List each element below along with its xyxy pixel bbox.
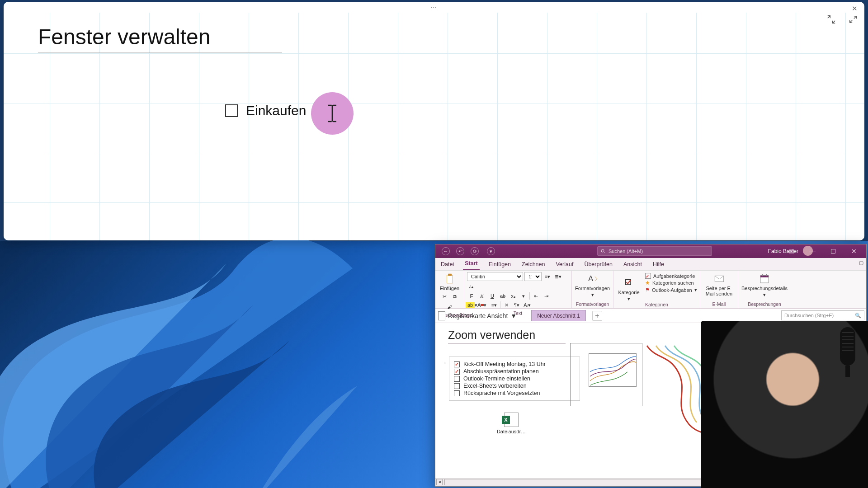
excel-icon [504,413,519,427]
svg-rect-3 [447,275,453,283]
more-font-button[interactable]: ▾ [519,291,528,300]
ribbon-group-tags: Kategorie▾ ✓Aufgabenkategorie ★Kategorie… [613,271,700,308]
tab-ueberpruefen[interactable]: Überprüfen [582,258,614,270]
checkbox-icon[interactable] [225,104,238,117]
file-attachment[interactable]: Dateiausdr… [493,413,529,434]
tab-einfuegen[interactable]: Einfügen [487,258,513,270]
checkbox-icon[interactable] [454,361,460,367]
tab-datei[interactable]: Datei [439,258,456,270]
checkbox-icon[interactable] [454,376,460,382]
onenote-titlebar[interactable]: ← ↶ ⟳ ▾ Zoom verwenden - OneNote Suchen … [435,244,866,258]
subscript-button[interactable]: x₂ [509,291,518,300]
todo-text: Abschlusspräsentation planen [463,368,539,375]
zoom-close-button[interactable]: ✕ [847,4,862,14]
strike-button[interactable]: ab [498,291,507,300]
nav-back-button[interactable]: ← [442,247,450,255]
cursor-highlight [311,92,354,135]
paragraph-button[interactable]: ¶▾ [512,300,521,310]
zoom-drag-handle[interactable]: ⋯ [430,4,438,11]
close-button[interactable]: ✕ [844,244,864,258]
notebook-icon [438,311,445,320]
tab-zeichnen[interactable]: Zeichnen [520,258,547,270]
section-tab[interactable]: Neuer Abschnitt 1 [531,310,586,321]
tab-verlauf[interactable]: Verlauf [554,258,575,270]
titlebar-search[interactable]: Suchen (Alt+M) [597,246,712,256]
undo-button[interactable]: ↶ [456,247,464,255]
group-label-styles: Formatvorlagen [575,301,610,307]
page-title[interactable]: Zoom verwenden [448,328,566,344]
search-placeholder: Suchen (Alt+M) [609,249,643,254]
container-drag-handle[interactable]: ⋯ [512,357,517,361]
copy-button[interactable]: ⧉ [450,292,459,301]
checkbox-icon[interactable] [454,383,460,389]
text-cursor-icon [325,104,340,123]
todo-text: Outlook-Termine einstellen [463,375,530,382]
tab-ansicht[interactable]: Ansicht [622,258,644,270]
todo-text: Rücksprache mit Vorgesetzten [463,390,540,396]
tab-start[interactable]: Start [463,258,479,270]
notebook-dropdown[interactable]: Registerkarte Ansicht ▼ [438,311,517,320]
svg-rect-4 [448,274,451,276]
ribbon-mode-button[interactable] [781,244,802,258]
styles-button[interactable]: Aᵢ▾ [523,300,532,310]
svg-rect-11 [766,274,767,276]
ribbon-collapse-button[interactable]: ▢ [859,260,863,266]
webcam-overlay [701,321,868,488]
svg-rect-1 [789,250,794,253]
container-move-handle[interactable]: ↔ [443,361,447,365]
todo-item[interactable]: Excel-Sheets vorbereiten [454,382,575,389]
todo-item[interactable]: Rücksprache mit Vorgesetzten [454,389,575,397]
tab-hilfe[interactable]: Hilfe [651,258,666,270]
outdent-button[interactable]: ⇤ [531,291,540,300]
italic-button[interactable]: K [477,291,486,300]
group-label-meetings: Besprechungen [741,301,788,307]
highlight-button[interactable]: ab▾ [467,300,476,310]
number-list-button[interactable]: ≣▾ [553,272,562,281]
font-color-button[interactable]: A▾ [477,300,486,310]
styles-gallery-button[interactable]: A Formatvorlagen▾ [575,272,610,299]
ribbon: Einfügen ✂ ⧉ 🖌 Zwischenablage Calibri 11… [435,271,866,309]
svg-rect-2 [831,249,835,253]
bold-button[interactable]: F [467,291,476,300]
font-name-select[interactable]: Calibri [467,272,523,281]
svg-rect-12 [840,327,855,366]
grow-font-button[interactable]: A▴ [467,282,476,291]
indent-button[interactable]: ⇥ [542,291,551,300]
checkbox-icon[interactable] [454,390,460,396]
clear-format-button[interactable]: ✕ [502,300,511,310]
todo-item[interactable]: Kick-Off Meeting Montag, 13 Uhr [454,361,575,368]
bullet-list-button[interactable]: ≡▾ [543,272,552,281]
wallpaper-graphic [0,214,461,488]
qat-customize[interactable]: ▾ [487,247,495,255]
meeting-details-button[interactable]: Besprechungsdetails▾ [741,272,788,299]
cut-button[interactable]: ✂ [440,292,449,301]
sync-button[interactable]: ⟳ [471,247,479,255]
todo-item[interactable]: Abschlusspräsentation planen [454,368,575,375]
svg-rect-19 [845,366,850,377]
zoom-todo-label[interactable]: Einkaufen [246,103,306,118]
attachment-label: Dateiausdr… [493,429,529,434]
microphone-icon [835,327,860,377]
todo-item[interactable]: Outlook-Termine einstellen [454,375,575,382]
checkbox-icon[interactable] [454,369,460,375]
add-section-button[interactable]: + [592,311,602,321]
scroll-left-button[interactable]: ◂ [436,479,443,485]
zoom-window: ⋯ ✕ Fenster verwalten Einkaufen [4,2,864,240]
ribbon-tabs: Datei Start Einfügen Zeichnen Verlauf Üb… [435,258,866,271]
font-size-select[interactable]: 11 [524,272,542,281]
underline-button[interactable]: U [488,291,497,300]
todo-container[interactable]: ⋯ ↔ Kick-Off Meeting Montag, 13 UhrAbsch… [449,357,580,401]
ribbon-group-email: Seite per E-Mail senden E-Mail [700,271,738,308]
ribbon-group-text: Calibri 11 ≡▾ ≣▾ A▴ F K U ab x₂ ▾ ⇤ ⇥ ab… [464,271,572,308]
maximize-button[interactable] [823,244,844,258]
svg-rect-10 [762,274,763,276]
zoom-todo-item[interactable]: Einkaufen [225,103,306,118]
search-icon [600,249,606,254]
title-underline [38,52,282,52]
minimize-button[interactable]: ― [802,244,823,258]
page-search[interactable]: Durchsuchen (Strg+E) 🔍 [781,310,864,320]
email-page-button[interactable]: Seite per E-Mail senden [703,272,735,297]
paste-button[interactable]: Einfügen [438,272,461,292]
zoom-page-title[interactable]: Fenster verwalten [38,24,282,49]
align-button[interactable]: ≡▾ [490,300,499,310]
